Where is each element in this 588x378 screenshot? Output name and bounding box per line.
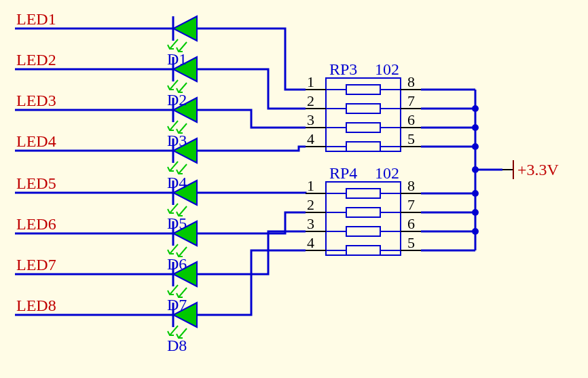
net-led6: LED6 <box>16 215 56 233</box>
svg-point-49 <box>472 228 479 235</box>
resistor-pack-rp4 <box>306 182 421 255</box>
net-led1: LED1 <box>16 10 56 28</box>
net-led8: LED8 <box>16 297 56 314</box>
svg-point-47 <box>472 190 479 197</box>
label-d6: D6 <box>167 255 187 273</box>
net-led2: LED2 <box>16 51 56 69</box>
label-d1: D1 <box>167 50 187 68</box>
rp3-pin3: 3 <box>307 111 314 128</box>
rp3-pin5: 5 <box>407 130 415 147</box>
rp3-pin7: 7 <box>407 92 415 109</box>
rp4-pin7: 7 <box>407 196 415 213</box>
svg-point-45 <box>472 143 479 150</box>
net-led5: LED5 <box>16 174 56 192</box>
rp3-pin6: 6 <box>407 111 415 128</box>
svg-point-43 <box>472 105 479 112</box>
net-led7: LED7 <box>16 256 56 273</box>
power-label: +3.3V <box>517 161 559 178</box>
rp3-pin4: 4 <box>307 130 314 147</box>
rp4-pin2: 2 <box>307 196 314 213</box>
label-rp3-val: 102 <box>375 60 399 78</box>
resistor-pack-rp3 <box>306 78 421 151</box>
label-d8: D8 <box>167 337 187 354</box>
svg-point-48 <box>472 209 479 216</box>
label-d4: D4 <box>167 174 187 191</box>
label-rp4-ref: RP4 <box>329 164 357 182</box>
label-d3: D3 <box>167 132 187 149</box>
label-rp3-ref: RP3 <box>329 60 357 78</box>
rp4-pin1: 1 <box>307 177 314 194</box>
diode-d1 <box>168 16 197 52</box>
rp3-pin8: 8 <box>407 73 415 90</box>
label-rp4-val: 102 <box>375 164 399 182</box>
rp4-pin3: 3 <box>307 215 314 232</box>
net-led3: LED3 <box>16 92 56 109</box>
net-led4: LED4 <box>16 132 56 150</box>
rp4-pin4: 4 <box>307 234 314 251</box>
rp3-pin1: 1 <box>307 73 314 90</box>
label-d5: D5 <box>167 214 187 232</box>
label-d2: D2 <box>167 91 187 109</box>
svg-point-46 <box>472 166 479 173</box>
rp4-pin5: 5 <box>407 234 415 251</box>
label-d7: D7 <box>167 296 187 314</box>
rp3-pin2: 2 <box>307 92 314 109</box>
svg-point-44 <box>472 124 479 131</box>
power-port <box>502 160 513 179</box>
rp4-pin8: 8 <box>407 177 415 194</box>
rp4-pin6: 6 <box>407 215 415 232</box>
